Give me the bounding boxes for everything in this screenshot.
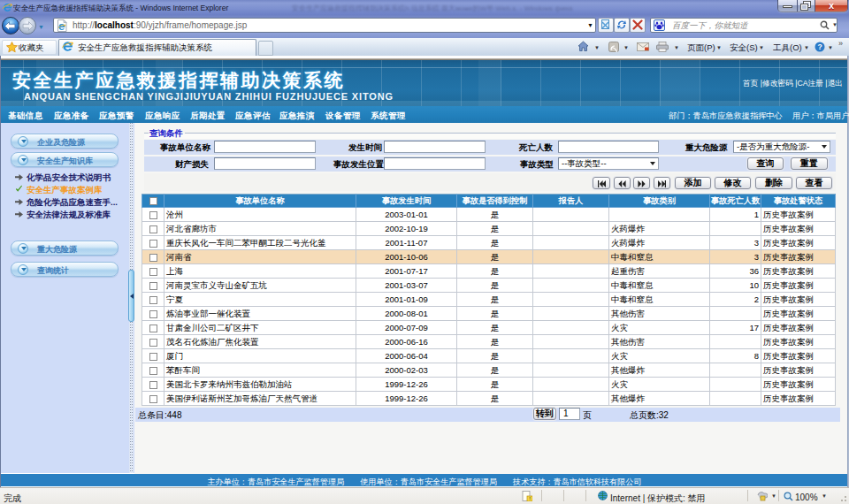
svg-text:?: ? (817, 42, 822, 51)
